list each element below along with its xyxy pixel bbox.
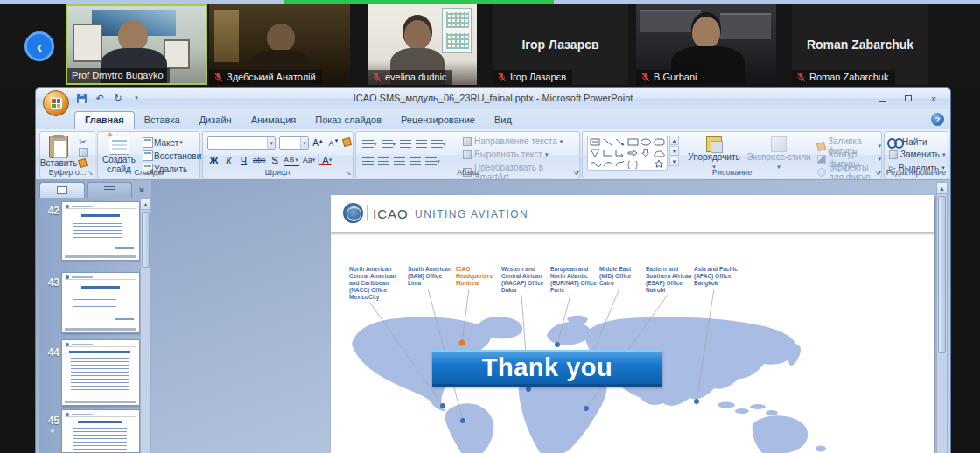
muted-mic-icon xyxy=(497,72,507,82)
cut-button[interactable]: ✂ xyxy=(79,136,87,148)
qat-customize-button[interactable]: ▾ xyxy=(130,91,144,105)
shapes-scroll-up-button[interactable]: ▲ xyxy=(669,136,679,145)
paste-label: Вставить xyxy=(40,158,77,168)
close-panel-button[interactable]: × xyxy=(134,182,150,198)
numbering-button[interactable]: ▾ xyxy=(381,137,397,150)
minimize-button[interactable] xyxy=(873,92,892,105)
group-label: Редактирование xyxy=(885,168,948,177)
align-right-button[interactable] xyxy=(393,155,406,168)
participant-tile[interactable]: B.Gurbani xyxy=(636,4,776,85)
slide-thumbnail[interactable] xyxy=(61,339,140,406)
chevron-down-icon: ▾ xyxy=(437,158,440,165)
restore-button[interactable] xyxy=(899,92,918,105)
replace-button[interactable]: Заменить ▾ xyxy=(889,150,945,159)
font-color-button[interactable]: А▾ xyxy=(318,153,332,166)
tab-outline[interactable] xyxy=(87,182,132,198)
justify-icon xyxy=(410,157,421,166)
layout-label: Макет xyxy=(154,138,178,148)
office-label-apac: Asia and Pacific (APAC) Office Bangkok xyxy=(694,266,750,287)
clear-formatting-button[interactable] xyxy=(340,136,354,149)
help-button[interactable]: ? xyxy=(931,113,944,126)
scroll-up-button[interactable]: ▲ xyxy=(937,183,947,194)
tab-retsenzirovanie[interactable]: Рецензирование xyxy=(391,112,485,129)
participant-display-name: Roman Zabarchuk xyxy=(792,38,928,52)
dialog-launcher-icon[interactable]: ↘ xyxy=(346,170,351,177)
arrange-label: Упорядочить xyxy=(688,152,740,162)
tab-pokaz-slaydov[interactable]: Показ слайдов xyxy=(305,112,391,129)
quick-styles-button[interactable]: Экспресс-стили ▾ xyxy=(744,136,814,171)
bullets-button[interactable]: ▾ xyxy=(361,137,378,150)
slide-thumbnail[interactable] xyxy=(61,201,140,261)
text-direction-button[interactable]: Направление текста ▾ xyxy=(463,136,563,146)
character-spacing-button[interactable]: АВ▾ xyxy=(284,153,300,166)
underline-button[interactable]: Ч xyxy=(237,153,250,166)
line-spacing-button[interactable]: ▾ xyxy=(430,137,447,150)
format-painter-icon xyxy=(78,158,88,168)
slide-thumbnail[interactable] xyxy=(61,409,140,453)
tab-dizayn[interactable]: Дизайн xyxy=(190,112,242,129)
justify-button[interactable] xyxy=(409,155,422,168)
align-text-button[interactable]: Выровнять текст ▾ xyxy=(463,150,548,159)
shrink-font-icon: А▼ xyxy=(329,138,340,148)
participant-tile[interactable]: Здебський Анатолій xyxy=(209,4,350,85)
find-button[interactable]: Найти xyxy=(889,136,928,147)
layout-button[interactable]: Макет ▾ xyxy=(140,136,186,150)
align-left-button[interactable] xyxy=(361,155,374,168)
tab-vstavka[interactable]: Вставка xyxy=(135,112,190,129)
align-center-button[interactable] xyxy=(377,155,390,168)
shapes-gallery[interactable]: { } xyxy=(587,136,668,171)
dialog-launcher-icon[interactable]: ↘ xyxy=(874,170,879,177)
participant-video xyxy=(442,8,472,53)
participant-tile[interactable]: Ігор Лазарєв Ігор Лазарєв xyxy=(493,4,628,85)
tab-vid[interactable]: Вид xyxy=(485,112,522,129)
participant-tile[interactable]: Roman Zabarchuk Roman Zabarchuk xyxy=(792,4,928,85)
shapes-scroll-down-button[interactable]: ▼ xyxy=(669,146,679,156)
arrange-button[interactable]: Упорядочить ▾ xyxy=(686,136,742,171)
tab-slides-thumbnails[interactable] xyxy=(39,182,85,198)
scroll-up-button[interactable]: ▲ xyxy=(141,199,150,210)
decrease-indent-button[interactable] xyxy=(399,137,412,150)
increase-indent-button[interactable] xyxy=(415,137,428,150)
scrollbar-thumb[interactable] xyxy=(938,196,946,353)
undo-button[interactable]: ↶ xyxy=(93,91,107,105)
dialog-launcher-icon[interactable]: ↘ xyxy=(572,170,578,177)
tab-glavnaya[interactable]: Главная xyxy=(74,111,135,129)
grow-font-icon: А▲ xyxy=(312,138,324,148)
font-name-combobox[interactable]: ▾ xyxy=(207,136,276,150)
increase-indent-icon xyxy=(416,140,427,149)
muted-mic-icon xyxy=(372,72,382,82)
columns-button[interactable]: ▾ xyxy=(424,155,441,168)
shrink-font-button[interactable]: А▼ xyxy=(327,136,340,150)
save-button[interactable] xyxy=(74,91,88,105)
copy-button[interactable] xyxy=(79,148,88,157)
italic-button[interactable]: К xyxy=(222,153,235,166)
bold-button[interactable]: Ж xyxy=(207,153,220,166)
scroll-up-icon: ▲ xyxy=(939,185,945,192)
office-button[interactable] xyxy=(43,90,69,116)
text-shadow-button[interactable]: S xyxy=(269,153,282,166)
group-paragraph: ▾ ▾ ▾ ▾ Направление текста ▾ xyxy=(355,131,580,178)
strikethrough-button[interactable]: abc xyxy=(252,153,267,166)
redo-button[interactable]: ↻ xyxy=(111,91,125,105)
participant-video xyxy=(720,13,771,39)
collapse-gallery-button[interactable]: ‹ xyxy=(24,31,54,61)
close-button[interactable]: × xyxy=(924,92,943,105)
slide-canvas[interactable]: ICAO UNITING AVIATION xyxy=(331,195,934,453)
slide-thumbnail[interactable] xyxy=(61,272,140,333)
tab-animatsiya[interactable]: Анимация xyxy=(242,112,306,129)
grow-font-button[interactable]: А▲ xyxy=(312,136,325,150)
italic-label: К xyxy=(226,155,231,165)
participant-tile[interactable]: evelina.dudnic xyxy=(368,4,477,85)
editor-scrollbar[interactable]: ▲ xyxy=(936,182,948,453)
thumbnails-scrollbar[interactable]: ▲ xyxy=(140,198,151,453)
scrollbar-thumb[interactable] xyxy=(142,212,150,268)
participant-tile[interactable]: Prof Dmytro Bugayko xyxy=(66,4,207,85)
font-size-combobox[interactable]: ▾ xyxy=(279,136,309,150)
title-bar[interactable]: ICAO SMS_модуль_06_23RU_fainal.pptx - Mi… xyxy=(36,88,950,109)
format-painter-button[interactable] xyxy=(79,159,87,167)
change-case-button[interactable]: Аа▾ xyxy=(302,153,317,166)
slide-number: 45 xyxy=(44,415,60,427)
shapes-more-button[interactable]: ▼ xyxy=(669,157,679,166)
world-map xyxy=(331,195,934,453)
dialog-launcher-icon[interactable]: ↘ xyxy=(88,170,93,177)
